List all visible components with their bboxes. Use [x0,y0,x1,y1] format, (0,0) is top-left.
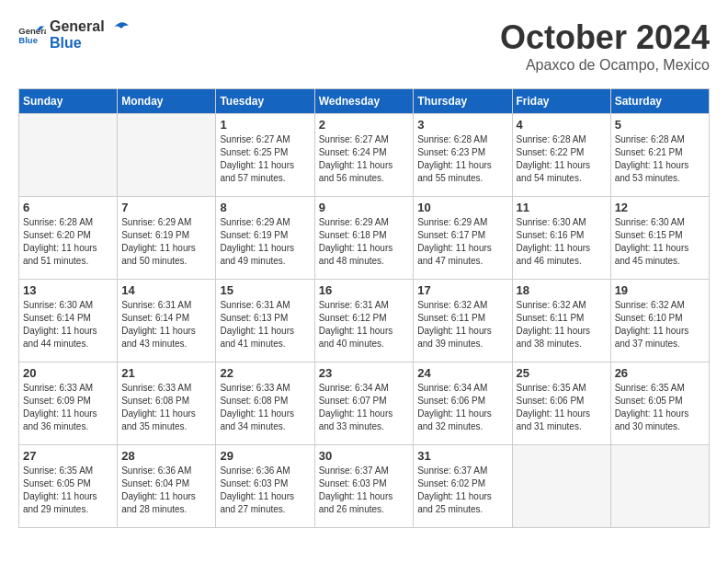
day-number: 3 [417,118,507,132]
day-number: 28 [121,449,211,463]
day-info: Sunrise: 6:33 AMSunset: 6:09 PMDaylight:… [23,382,113,433]
header-sunday: Sunday [19,89,118,114]
day-number: 14 [121,283,211,297]
table-row: 25Sunrise: 6:35 AMSunset: 6:06 PMDayligh… [512,362,610,445]
logo-blue: Blue [50,35,105,52]
logo-general: General [50,18,105,35]
day-info: Sunrise: 6:31 AMSunset: 6:14 PMDaylight:… [121,299,211,350]
sunset-text: Sunset: 6:17 PM [417,230,485,240]
day-info: Sunrise: 6:34 AMSunset: 6:07 PMDaylight:… [319,382,410,433]
calendar-week-row: 1Sunrise: 6:27 AMSunset: 6:25 PMDaylight… [19,114,710,197]
sunrise-text: Sunrise: 6:36 AM [220,465,290,476]
day-number: 16 [319,283,410,297]
day-info: Sunrise: 6:36 AMSunset: 6:03 PMDaylight:… [220,465,310,516]
day-info: Sunrise: 6:30 AMSunset: 6:15 PMDaylight:… [615,216,705,268]
daylight-text: Daylight: 11 hours and 53 minutes. [615,160,689,183]
sunrise-text: Sunrise: 6:31 AM [220,300,290,310]
daylight-text: Daylight: 11 hours and 45 minutes. [615,243,689,266]
table-row [118,114,216,197]
daylight-text: Daylight: 11 hours and 48 minutes. [319,243,393,266]
daylight-text: Daylight: 11 hours and 50 minutes. [121,243,196,266]
day-info: Sunrise: 6:35 AMSunset: 6:05 PMDaylight:… [23,465,113,516]
table-row: 1Sunrise: 6:27 AMSunset: 6:25 PMDaylight… [216,114,314,197]
day-number: 24 [417,366,507,380]
daylight-text: Daylight: 11 hours and 29 minutes. [23,491,97,514]
table-row: 24Sunrise: 6:34 AMSunset: 6:06 PMDayligh… [414,362,512,445]
day-number: 13 [23,283,113,297]
sunrise-text: Sunrise: 6:31 AM [121,300,191,310]
sunrise-text: Sunrise: 6:27 AM [319,134,389,144]
table-row: 27Sunrise: 6:35 AMSunset: 6:05 PMDayligh… [19,445,118,528]
day-info: Sunrise: 6:28 AMSunset: 6:21 PMDaylight:… [615,133,705,185]
sunrise-text: Sunrise: 6:34 AM [417,383,487,393]
sunset-text: Sunset: 6:22 PM [517,147,585,157]
table-row: 4Sunrise: 6:28 AMSunset: 6:22 PMDaylight… [512,114,610,197]
sunset-text: Sunset: 6:19 PM [121,230,189,240]
sunset-text: Sunset: 6:21 PM [615,147,683,157]
header-wednesday: Wednesday [314,89,414,114]
svg-text:Blue: Blue [18,34,38,44]
day-number: 9 [319,201,410,214]
day-number: 7 [121,201,211,214]
day-number: 2 [319,118,410,132]
sunset-text: Sunset: 6:11 PM [417,313,485,323]
sunset-text: Sunset: 6:13 PM [220,313,288,323]
table-row: 9Sunrise: 6:29 AMSunset: 6:18 PMDaylight… [314,197,414,280]
sunset-text: Sunset: 6:24 PM [319,147,387,157]
sunrise-text: Sunrise: 6:30 AM [517,217,586,227]
daylight-text: Daylight: 11 hours and 34 minutes. [220,408,294,431]
sunrise-text: Sunrise: 6:32 AM [615,300,685,310]
table-row: 20Sunrise: 6:33 AMSunset: 6:09 PMDayligh… [19,362,118,445]
day-info: Sunrise: 6:37 AMSunset: 6:02 PMDaylight:… [417,465,507,516]
day-info: Sunrise: 6:36 AMSunset: 6:04 PMDaylight:… [121,465,211,516]
sunset-text: Sunset: 6:11 PM [517,313,585,323]
sunset-text: Sunset: 6:25 PM [220,147,288,157]
table-row: 28Sunrise: 6:36 AMSunset: 6:04 PMDayligh… [118,445,216,528]
daylight-text: Daylight: 11 hours and 36 minutes. [23,408,97,431]
table-row: 19Sunrise: 6:32 AMSunset: 6:10 PMDayligh… [610,280,709,362]
day-info: Sunrise: 6:27 AMSunset: 6:25 PMDaylight:… [220,133,310,185]
header-monday: Monday [118,89,216,114]
day-info: Sunrise: 6:34 AMSunset: 6:06 PMDaylight:… [417,382,507,433]
day-number: 27 [23,449,113,463]
sunset-text: Sunset: 6:12 PM [319,313,387,323]
daylight-text: Daylight: 11 hours and 35 minutes. [121,408,196,431]
day-info: Sunrise: 6:29 AMSunset: 6:19 PMDaylight:… [121,216,211,268]
table-row: 7Sunrise: 6:29 AMSunset: 6:19 PMDaylight… [118,197,216,280]
day-number: 20 [23,366,113,380]
daylight-text: Daylight: 11 hours and 51 minutes. [23,243,97,266]
table-row: 5Sunrise: 6:28 AMSunset: 6:21 PMDaylight… [610,114,709,197]
table-row: 23Sunrise: 6:34 AMSunset: 6:07 PMDayligh… [314,362,414,445]
day-number: 31 [417,449,507,463]
sunrise-text: Sunrise: 6:28 AM [517,134,586,144]
sunrise-text: Sunrise: 6:29 AM [417,217,487,227]
daylight-text: Daylight: 11 hours and 54 minutes. [517,160,591,183]
sunset-text: Sunset: 6:05 PM [23,478,91,488]
daylight-text: Daylight: 11 hours and 44 minutes. [23,326,97,349]
sunrise-text: Sunrise: 6:35 AM [23,465,93,476]
month-title: October 2024 [500,18,710,57]
day-number: 19 [615,283,705,297]
calendar-header-row: Sunday Monday Tuesday Wednesday Thursday… [19,89,710,114]
sunset-text: Sunset: 6:23 PM [417,147,485,157]
header-thursday: Thursday [414,89,512,114]
table-row: 12Sunrise: 6:30 AMSunset: 6:15 PMDayligh… [610,197,709,280]
day-number: 6 [23,201,113,214]
table-row: 30Sunrise: 6:37 AMSunset: 6:03 PMDayligh… [314,445,414,528]
sunset-text: Sunset: 6:04 PM [121,478,189,488]
day-number: 30 [319,449,410,463]
sunrise-text: Sunrise: 6:34 AM [319,383,389,393]
day-info: Sunrise: 6:29 AMSunset: 6:17 PMDaylight:… [417,216,507,268]
sunrise-text: Sunrise: 6:35 AM [517,383,586,393]
sunrise-text: Sunrise: 6:28 AM [23,217,93,227]
table-row: 10Sunrise: 6:29 AMSunset: 6:17 PMDayligh… [414,197,512,280]
day-info: Sunrise: 6:33 AMSunset: 6:08 PMDaylight:… [121,382,211,433]
sunset-text: Sunset: 6:07 PM [319,396,387,406]
day-number: 25 [517,366,607,380]
day-number: 8 [220,201,310,214]
day-number: 11 [517,201,607,214]
sunrise-text: Sunrise: 6:27 AM [220,134,290,144]
logo-icon: General Blue [18,25,46,45]
sunset-text: Sunset: 6:06 PM [517,396,585,406]
sunset-text: Sunset: 6:19 PM [220,230,288,240]
